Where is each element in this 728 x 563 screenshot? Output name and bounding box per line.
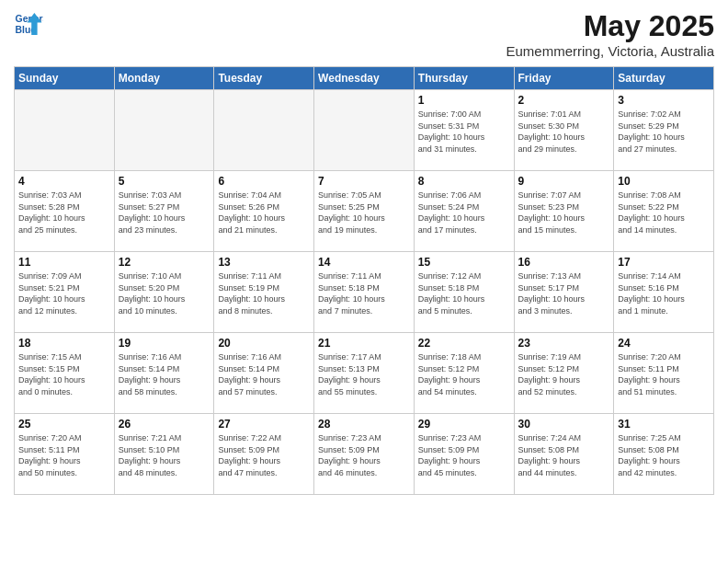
calendar-cell: 2Sunrise: 7:01 AM Sunset: 5:30 PM Daylig… (514, 90, 614, 171)
day-number: 24 (618, 337, 710, 350)
calendar-cell: 3Sunrise: 7:02 AM Sunset: 5:29 PM Daylig… (614, 90, 714, 171)
day-info: Sunrise: 7:00 AM Sunset: 5:31 PM Dayligh… (418, 109, 510, 155)
calendar-week-row: 1Sunrise: 7:00 AM Sunset: 5:31 PM Daylig… (15, 90, 714, 171)
calendar-cell (114, 90, 214, 171)
day-info: Sunrise: 7:01 AM Sunset: 5:30 PM Dayligh… (518, 109, 610, 155)
day-info: Sunrise: 7:23 AM Sunset: 5:09 PM Dayligh… (418, 432, 510, 478)
day-number: 3 (618, 94, 710, 107)
calendar-cell: 12Sunrise: 7:10 AM Sunset: 5:20 PM Dayli… (114, 252, 214, 333)
calendar-cell (15, 90, 115, 171)
calendar-cell: 15Sunrise: 7:12 AM Sunset: 5:18 PM Dayli… (414, 252, 514, 333)
calendar-cell: 29Sunrise: 7:23 AM Sunset: 5:09 PM Dayli… (414, 414, 514, 495)
day-number: 25 (18, 418, 110, 431)
calendar-day-header: Thursday (414, 67, 514, 90)
day-number: 19 (119, 337, 210, 350)
day-number: 13 (218, 256, 310, 269)
calendar-cell: 13Sunrise: 7:11 AM Sunset: 5:19 PM Dayli… (214, 252, 314, 333)
day-info: Sunrise: 7:13 AM Sunset: 5:17 PM Dayligh… (518, 270, 610, 316)
day-number: 4 (18, 175, 110, 188)
day-number: 28 (318, 418, 410, 431)
day-number: 5 (119, 175, 210, 188)
day-number: 18 (18, 337, 110, 350)
day-info: Sunrise: 7:24 AM Sunset: 5:08 PM Dayligh… (518, 432, 610, 478)
calendar-cell: 16Sunrise: 7:13 AM Sunset: 5:17 PM Dayli… (514, 252, 614, 333)
day-info: Sunrise: 7:15 AM Sunset: 5:15 PM Dayligh… (18, 351, 110, 397)
calendar-cell: 28Sunrise: 7:23 AM Sunset: 5:09 PM Dayli… (314, 414, 415, 495)
day-info: Sunrise: 7:14 AM Sunset: 5:16 PM Dayligh… (618, 270, 710, 316)
day-number: 16 (518, 256, 610, 269)
day-info: Sunrise: 7:22 AM Sunset: 5:09 PM Dayligh… (218, 432, 310, 478)
day-info: Sunrise: 7:17 AM Sunset: 5:13 PM Dayligh… (318, 351, 410, 397)
calendar-table: SundayMondayTuesdayWednesdayThursdayFrid… (14, 66, 714, 495)
calendar-week-row: 18Sunrise: 7:15 AM Sunset: 5:15 PM Dayli… (15, 333, 714, 414)
day-info: Sunrise: 7:07 AM Sunset: 5:23 PM Dayligh… (518, 190, 610, 236)
day-info: Sunrise: 7:16 AM Sunset: 5:14 PM Dayligh… (218, 351, 310, 397)
calendar-cell: 26Sunrise: 7:21 AM Sunset: 5:10 PM Dayli… (114, 414, 214, 495)
location: Eumemmerring, Victoria, Australia (506, 43, 714, 59)
day-number: 26 (119, 418, 210, 431)
day-info: Sunrise: 7:25 AM Sunset: 5:08 PM Dayligh… (618, 432, 710, 478)
calendar-week-row: 11Sunrise: 7:09 AM Sunset: 5:21 PM Dayli… (15, 252, 714, 333)
day-info: Sunrise: 7:03 AM Sunset: 5:28 PM Dayligh… (18, 190, 110, 236)
calendar-cell: 22Sunrise: 7:18 AM Sunset: 5:12 PM Dayli… (414, 333, 514, 414)
day-number: 14 (318, 256, 410, 269)
calendar-day-header: Tuesday (214, 67, 314, 90)
day-number: 21 (318, 337, 410, 350)
day-number: 27 (218, 418, 310, 431)
day-number: 8 (418, 175, 510, 188)
day-info: Sunrise: 7:09 AM Sunset: 5:21 PM Dayligh… (18, 270, 110, 316)
day-number: 10 (618, 175, 710, 188)
day-info: Sunrise: 7:20 AM Sunset: 5:11 PM Dayligh… (18, 432, 110, 478)
calendar-cell: 31Sunrise: 7:25 AM Sunset: 5:08 PM Dayli… (614, 414, 714, 495)
day-info: Sunrise: 7:20 AM Sunset: 5:11 PM Dayligh… (618, 351, 710, 397)
calendar-cell: 25Sunrise: 7:20 AM Sunset: 5:11 PM Dayli… (15, 414, 115, 495)
calendar-cell: 7Sunrise: 7:05 AM Sunset: 5:25 PM Daylig… (314, 171, 415, 252)
calendar-day-header: Saturday (614, 67, 714, 90)
page-header: General Blue May 2025 Eumemmerring, Vict… (14, 9, 714, 59)
day-info: Sunrise: 7:10 AM Sunset: 5:20 PM Dayligh… (119, 270, 210, 316)
calendar-cell: 23Sunrise: 7:19 AM Sunset: 5:12 PM Dayli… (514, 333, 614, 414)
day-info: Sunrise: 7:05 AM Sunset: 5:25 PM Dayligh… (318, 190, 410, 236)
title-block: May 2025 Eumemmerring, Victoria, Austral… (506, 9, 714, 59)
calendar-cell: 5Sunrise: 7:03 AM Sunset: 5:27 PM Daylig… (114, 171, 214, 252)
calendar-day-header: Wednesday (314, 67, 415, 90)
calendar-cell: 14Sunrise: 7:11 AM Sunset: 5:18 PM Dayli… (314, 252, 415, 333)
calendar-week-row: 4Sunrise: 7:03 AM Sunset: 5:28 PM Daylig… (15, 171, 714, 252)
calendar-cell: 11Sunrise: 7:09 AM Sunset: 5:21 PM Dayli… (15, 252, 115, 333)
day-info: Sunrise: 7:21 AM Sunset: 5:10 PM Dayligh… (119, 432, 210, 478)
day-info: Sunrise: 7:04 AM Sunset: 5:26 PM Dayligh… (218, 190, 310, 236)
day-info: Sunrise: 7:11 AM Sunset: 5:19 PM Dayligh… (218, 270, 310, 316)
day-info: Sunrise: 7:12 AM Sunset: 5:18 PM Dayligh… (418, 270, 510, 316)
logo: General Blue (14, 9, 43, 39)
day-number: 20 (218, 337, 310, 350)
calendar-cell: 17Sunrise: 7:14 AM Sunset: 5:16 PM Dayli… (614, 252, 714, 333)
calendar-cell: 30Sunrise: 7:24 AM Sunset: 5:08 PM Dayli… (514, 414, 614, 495)
day-info: Sunrise: 7:19 AM Sunset: 5:12 PM Dayligh… (518, 351, 610, 397)
day-info: Sunrise: 7:03 AM Sunset: 5:27 PM Dayligh… (119, 190, 210, 236)
calendar-cell: 8Sunrise: 7:06 AM Sunset: 5:24 PM Daylig… (414, 171, 514, 252)
day-info: Sunrise: 7:02 AM Sunset: 5:29 PM Dayligh… (618, 109, 710, 155)
day-number: 1 (418, 94, 510, 107)
calendar-day-header: Friday (514, 67, 614, 90)
calendar-week-row: 25Sunrise: 7:20 AM Sunset: 5:11 PM Dayli… (15, 414, 714, 495)
day-info: Sunrise: 7:23 AM Sunset: 5:09 PM Dayligh… (318, 432, 410, 478)
day-info: Sunrise: 7:08 AM Sunset: 5:22 PM Dayligh… (618, 190, 710, 236)
day-number: 2 (518, 94, 610, 107)
logo-icon: General Blue (14, 9, 43, 39)
calendar-day-header: Sunday (15, 67, 115, 90)
calendar-cell: 6Sunrise: 7:04 AM Sunset: 5:26 PM Daylig… (214, 171, 314, 252)
calendar-cell (314, 90, 415, 171)
day-number: 23 (518, 337, 610, 350)
calendar-cell: 24Sunrise: 7:20 AM Sunset: 5:11 PM Dayli… (614, 333, 714, 414)
day-info: Sunrise: 7:06 AM Sunset: 5:24 PM Dayligh… (418, 190, 510, 236)
calendar-cell: 9Sunrise: 7:07 AM Sunset: 5:23 PM Daylig… (514, 171, 614, 252)
day-number: 11 (18, 256, 110, 269)
day-info: Sunrise: 7:11 AM Sunset: 5:18 PM Dayligh… (318, 270, 410, 316)
day-number: 6 (218, 175, 310, 188)
calendar-day-header: Monday (114, 67, 214, 90)
day-number: 9 (518, 175, 610, 188)
day-number: 22 (418, 337, 510, 350)
calendar-body: 1Sunrise: 7:00 AM Sunset: 5:31 PM Daylig… (15, 90, 714, 495)
calendar-cell: 10Sunrise: 7:08 AM Sunset: 5:22 PM Dayli… (614, 171, 714, 252)
day-info: Sunrise: 7:18 AM Sunset: 5:12 PM Dayligh… (418, 351, 510, 397)
